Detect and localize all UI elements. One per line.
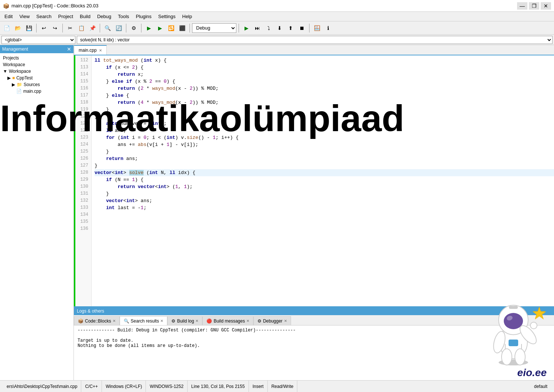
code-line-124: for (int i = 0; i < (int) v.size() - 1; … — [95, 134, 554, 141]
file-icon: 📄 — [16, 89, 22, 94]
menu-project[interactable]: Project — [55, 13, 76, 20]
sidebar-tab-workspace[interactable]: Workspace — [1, 61, 72, 68]
menu-settings[interactable]: Settings — [155, 13, 178, 20]
menu-build[interactable]: Build — [77, 13, 93, 20]
stop-button[interactable]: ⬛ — [177, 23, 187, 33]
bottom-tab-build-log[interactable]: ⚙ Build log ✕ — [167, 316, 202, 325]
paste-button[interactable]: 📌 — [87, 23, 98, 33]
sidebar-close-button[interactable]: ✕ — [67, 46, 71, 52]
code-line-131: if (N == 1) { — [95, 176, 554, 183]
window-controls: — ❐ ✕ — [517, 2, 551, 10]
sidebar-item-cpptest[interactable]: ▶ ■ CppTest — [1, 75, 72, 81]
code-line-122: auto num_vec = <int>; — [95, 120, 554, 127]
bottom-tab-debugger[interactable]: ⚙ Debugger ✕ — [253, 316, 291, 325]
editor-tab-close[interactable]: ✕ — [99, 48, 102, 52]
search-tab-close[interactable]: ✕ — [160, 319, 163, 323]
menu-edit[interactable]: Edit — [1, 13, 16, 20]
sidebar-header: Management ✕ — [0, 45, 73, 53]
sidebar-content: Projects Workspace ▼ Workspace ▶ ■ CppTe… — [0, 53, 73, 96]
projects-label: Projects — [3, 55, 19, 61]
buildlog-tab-icon: ⚙ — [171, 318, 175, 324]
editor-tab-label: main.cpp — [79, 48, 97, 53]
search-button[interactable]: 🔍 — [102, 23, 113, 33]
rebuild-button[interactable]: 🔁 — [166, 23, 176, 33]
workspace-label: Workspace — [3, 62, 25, 67]
bottom-panel-title: Logs & others — [77, 309, 104, 314]
editor-tab-main-cpp[interactable]: main.cpp ✕ — [74, 45, 107, 55]
redo-button[interactable]: ↪ — [50, 23, 60, 33]
code-line-113: if (x <= 2) { — [95, 64, 554, 71]
workspace-tree-label: Workspace — [9, 69, 31, 74]
open-button[interactable]: 📂 — [13, 23, 23, 33]
step-into-button[interactable]: ⬇ — [274, 23, 285, 33]
title-bar: 📦 main.cpp [CppTest] - Code::Blocks 20.0… — [0, 0, 554, 12]
info-button[interactable]: ℹ — [323, 23, 333, 33]
sidebar-title: Management — [2, 47, 28, 52]
code-line-120: } — [95, 113, 554, 120]
main-area: Management ✕ Projects Workspace ▼ Worksp… — [0, 45, 554, 380]
menu-bar: Edit View Search Project Build Debug Too… — [0, 12, 554, 21]
toolbar: 📄 📂 💾 ↩ ↪ ✂ 📋 📌 🔍 🔄 ⚙ ▶ ▶ 🔁 ⬛ Debug Rele… — [0, 21, 554, 35]
code-line-135: vector<int> ans; — [95, 197, 554, 204]
sidebar-item-workspace[interactable]: ▼ Workspace — [1, 68, 72, 75]
buildmsg-tab-close[interactable]: ✕ — [246, 319, 249, 323]
project-expand-icon: ▶ — [7, 75, 11, 81]
code-line-115: } else if (x % 2 == 0) { — [95, 78, 554, 85]
code-line-133: } — [95, 190, 554, 197]
minimize-button[interactable]: — — [517, 2, 527, 10]
sidebar-item-sources[interactable]: ▶ 📁 Sources — [1, 81, 72, 88]
menu-plugins[interactable]: Plugins — [133, 13, 155, 20]
cut-button[interactable]: ✂ — [65, 23, 75, 33]
debug-run-button[interactable]: ▶ — [241, 23, 252, 33]
file-label: main.cpp — [23, 89, 41, 94]
scope-right-dropdown[interactable]: solve(int N, ll idx) : vector — [77, 36, 553, 44]
step-out-button[interactable]: ⬆ — [285, 23, 296, 33]
codeblocks-tab-close[interactable]: ✕ — [113, 319, 116, 323]
run-button[interactable]: ▶ — [155, 23, 165, 33]
scope-left-dropdown[interactable]: <global> — [1, 36, 75, 44]
run-to-cursor-button[interactable]: ⏭ — [252, 23, 263, 33]
menu-view[interactable]: View — [16, 13, 33, 20]
code-line-116: return (2 * ways_mod(x - 2)) % MOD; — [95, 85, 554, 92]
new-button[interactable]: 📄 — [1, 23, 12, 33]
undo-button[interactable]: ↩ — [39, 23, 49, 33]
code-editor[interactable]: ll tot_ways_mod (int x) { if (x <= 2) { … — [92, 55, 554, 306]
copy-button[interactable]: 📋 — [76, 23, 86, 33]
stop-debug-button[interactable]: ⏹ — [297, 23, 307, 33]
bottom-tabs: 📦 Code::Blocks ✕ 🔍 Search results ✕ ⚙ Bu… — [74, 315, 554, 325]
buildlog-tab-close[interactable]: ✕ — [195, 319, 198, 323]
build-output-line-4: Nothing to be done (all items are up-to-… — [78, 343, 200, 348]
save-button[interactable]: 💾 — [24, 23, 34, 33]
rw-label: Read/Write — [271, 384, 294, 389]
settings-icon-button[interactable]: ⚙ — [129, 23, 139, 33]
toolbar-sep-7 — [239, 24, 239, 33]
close-button[interactable]: ✕ — [541, 2, 551, 10]
build-config-dropdown[interactable]: Debug Release — [192, 23, 236, 33]
toolbar-sep-2 — [62, 24, 63, 33]
menu-debug[interactable]: Debug — [94, 13, 114, 20]
debugger-tab-close[interactable]: ✕ — [284, 319, 287, 323]
search-tab-label: Search results — [131, 318, 159, 324]
replace-button[interactable]: 🔄 — [113, 23, 124, 33]
indent-label: default — [534, 384, 547, 389]
bottom-tab-search-results[interactable]: 🔍 Search results ✕ — [120, 316, 168, 325]
menu-search[interactable]: Search — [33, 13, 54, 20]
sidebar-tab-projects[interactable]: Projects — [1, 55, 72, 61]
step-over-button[interactable]: ⤵ — [263, 23, 274, 33]
build-run-button[interactable]: ▶ — [144, 23, 154, 33]
sources-expand-icon: ▶ — [12, 82, 15, 87]
code-line-118: return (4 * ways_mod(x - 2)) % MOD; — [95, 99, 554, 106]
project-folder-icon: ■ — [12, 75, 15, 81]
toolbar-sep-4 — [126, 24, 126, 33]
codeblocks-tab-icon: 📦 — [78, 318, 83, 324]
sidebar-item-main-cpp[interactable]: 📄 main.cpp — [1, 88, 72, 95]
menu-help[interactable]: Help — [179, 13, 195, 20]
code-content: 1121131141151161171181191201211221231241… — [74, 55, 554, 306]
project-label: CppTest — [16, 75, 33, 81]
bottom-tab-build-messages[interactable]: 🔴 Build messages ✕ — [202, 316, 253, 325]
bottom-tab-codeblocks[interactable]: 📦 Code::Blocks ✕ — [74, 316, 120, 325]
maximize-button[interactable]: ❐ — [529, 2, 539, 10]
code-line-117: } else { — [95, 92, 554, 99]
windows-button[interactable]: 🪟 — [312, 23, 322, 33]
menu-tools[interactable]: Tools — [115, 13, 132, 20]
